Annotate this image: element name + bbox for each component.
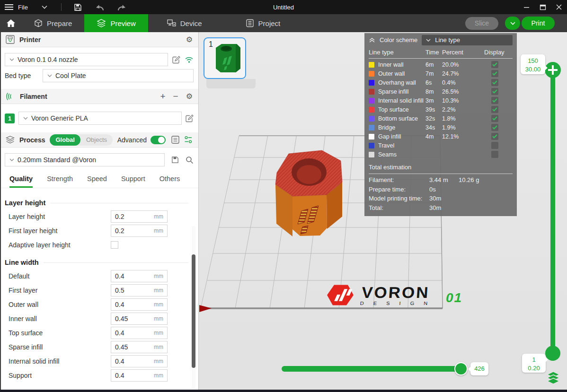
color-scheme-select[interactable]: Line type (422, 35, 513, 45)
display-checkbox[interactable] (491, 124, 498, 131)
display-checkbox[interactable] (491, 106, 498, 113)
display-checkbox[interactable] (491, 151, 498, 158)
internal-solid-infill-line-width-input[interactable]: mm (111, 355, 168, 367)
tab-support[interactable]: Support (121, 175, 145, 188)
parameter-list-icon[interactable] (171, 136, 179, 144)
add-filament-button[interactable]: + (160, 92, 165, 101)
layer-height-input[interactable]: mm (111, 210, 168, 223)
segment-objects[interactable]: Objects (80, 136, 113, 143)
legend-divider (369, 58, 513, 59)
minimize-button[interactable] (519, 0, 535, 14)
total-row: Filament:3.44 m10.26 g (364, 175, 517, 185)
percent-value: 2.2% (442, 106, 491, 113)
first-layer-line-width-input[interactable]: mm (111, 284, 168, 296)
percent-value: 1.8% (442, 115, 491, 122)
chevron-down-icon[interactable] (39, 3, 50, 11)
legend-row: Outer wall7m24.7% (364, 69, 517, 78)
param-row: Default mm (0, 269, 191, 283)
outer-wall-line-width-input[interactable]: mm (111, 298, 168, 311)
line-type-label: Top surface (378, 106, 425, 113)
first-layer-height-input[interactable]: mm (111, 225, 168, 237)
tab-device[interactable]: Device (155, 14, 214, 32)
search-icon[interactable] (186, 156, 194, 164)
sparse-infill-line-width-input[interactable]: mm (111, 341, 168, 353)
display-checkbox[interactable] (491, 79, 498, 86)
chevron-down-icon (47, 74, 52, 77)
settings-scrollbar[interactable] (192, 226, 195, 389)
display-checkbox[interactable] (491, 142, 498, 149)
param-row: First layer height mm (0, 224, 191, 238)
layer-slider-track[interactable] (550, 69, 555, 355)
tab-others[interactable]: Others (159, 175, 180, 188)
home-button[interactable] (0, 14, 22, 32)
display-checkbox[interactable] (491, 61, 498, 68)
printer-preset-select[interactable]: Voron 0.1 0.4 nozzle (5, 53, 168, 66)
plate-thumbnail[interactable]: 1 (204, 37, 246, 79)
save-preset-icon[interactable] (171, 156, 179, 164)
window-edge (0, 32, 1, 392)
param-row: Inner wall mm (0, 312, 191, 326)
step-slider-handle[interactable] (454, 362, 468, 375)
bed-type-select[interactable]: Cool Plate (43, 69, 194, 82)
time-value: 8m (425, 88, 442, 95)
tab-prepare[interactable]: Prepare (22, 14, 84, 32)
display-checkbox[interactable] (491, 88, 498, 95)
display-checkbox[interactable] (491, 97, 498, 104)
tab-strength[interactable]: Strength (47, 175, 73, 188)
objects-table-icon[interactable] (184, 136, 193, 144)
param-label: Top surface (9, 329, 111, 337)
layer-slider-top-handle[interactable] (545, 62, 561, 78)
step-slider-track[interactable] (282, 366, 466, 372)
filament-slot-badge[interactable]: 1 (5, 113, 15, 123)
param-label: First layer height (9, 227, 111, 235)
collapse-icon[interactable] (369, 37, 375, 43)
printer-settings-icon[interactable]: ⚙ (186, 36, 193, 44)
advanced-toggle[interactable] (151, 136, 166, 144)
remove-filament-button[interactable]: − (173, 92, 178, 101)
percent-value: 1.9% (442, 124, 491, 131)
maximize-button[interactable] (535, 0, 551, 14)
legend-row: Gap infill4m12.1% (364, 132, 517, 141)
filament-settings-icon[interactable]: ⚙ (186, 93, 193, 100)
unit-label: mm (154, 287, 163, 294)
global-objects-toggle[interactable]: Global Objects (50, 134, 113, 146)
save-icon[interactable] (73, 3, 83, 11)
bottom-layer-number: 1 (522, 356, 546, 364)
process-preset-select[interactable]: 0.20mm Standard @Voron (5, 153, 165, 166)
tab-label: Preview (110, 19, 135, 27)
layer-slider-bottom-handle[interactable] (545, 346, 560, 361)
tab-speed[interactable]: Speed (87, 175, 107, 188)
display-checkbox[interactable] (491, 70, 498, 77)
scrollbar-thumb[interactable] (192, 254, 195, 368)
file-menu[interactable]: File (18, 4, 28, 11)
layers-view-icon[interactable] (547, 371, 560, 385)
tab-quality[interactable]: Quality (9, 175, 33, 188)
default-line-width-input[interactable]: mm (111, 270, 168, 282)
print-button[interactable]: Print (522, 17, 555, 30)
filament-preset-select[interactable]: Voron Generic PLA (18, 112, 182, 125)
menu-icon[interactable] (5, 4, 13, 10)
filament-icon (6, 92, 15, 101)
adaptive-layer-height-checkbox[interactable] (111, 241, 118, 249)
tab-project[interactable]: Project (233, 14, 293, 32)
voron-design-logo: VORON D E S I G N (326, 284, 433, 305)
wifi-icon[interactable] (185, 56, 194, 63)
layer-height-section-title: Layer height (0, 195, 191, 209)
redo-icon[interactable] (116, 3, 127, 11)
close-button[interactable] (551, 0, 567, 14)
print-dropdown-button[interactable] (505, 17, 520, 30)
sliced-model[interactable] (272, 146, 346, 243)
color-scheme-label: Color scheme (380, 36, 417, 44)
support-line-width-input[interactable]: mm (111, 369, 168, 382)
display-checkbox[interactable] (491, 115, 498, 122)
display-checkbox[interactable] (491, 133, 498, 140)
edit-printer-icon[interactable] (172, 56, 180, 64)
top-surface-line-width-input[interactable]: mm (111, 327, 168, 339)
undo-icon[interactable] (95, 3, 105, 11)
inner-wall-line-width-input[interactable]: mm (111, 313, 168, 325)
segment-global[interactable]: Global (50, 134, 80, 146)
legend-row: Top surface39s2.2% (364, 105, 517, 114)
slice-button[interactable]: Slice (465, 17, 498, 30)
edit-filament-icon[interactable] (186, 114, 194, 122)
tab-preview[interactable]: Preview (84, 14, 148, 32)
